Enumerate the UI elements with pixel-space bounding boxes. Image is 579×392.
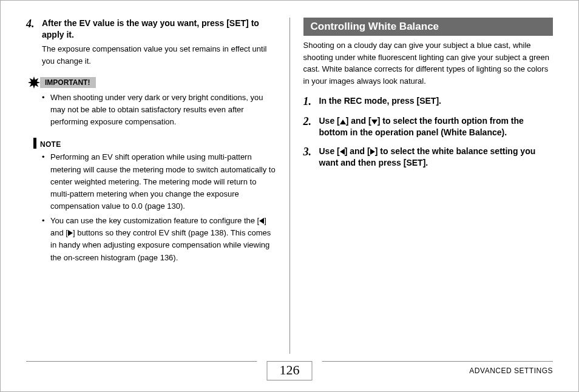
note-callout: NOTE Performing an EV shift operation wh…	[26, 138, 276, 263]
page-footer: 126 ADVANCED SETTINGS	[26, 361, 553, 391]
right-column: Controlling White Balance Shooting on a …	[290, 18, 554, 354]
important-label: IMPORTANT!	[40, 77, 96, 88]
step-4: 4. After the EV value is the way you wan…	[26, 18, 276, 67]
step-1: 1. In the REC mode, press [SET].	[303, 95, 554, 108]
note-bullet-2-text-c: ] buttons so they control EV shift (page…	[50, 228, 271, 262]
note-bullet-2-text-a: You can use the key customization featur…	[50, 216, 259, 225]
triangle-left-icon	[340, 149, 345, 155]
step-2: 2. Use [] and [] to select the fourth op…	[303, 115, 554, 138]
step-4-description: The exposure compensation value you set …	[42, 43, 276, 67]
triangle-up-icon	[340, 120, 346, 124]
burst-icon	[27, 76, 41, 89]
step-number: 1.	[303, 95, 314, 108]
triangle-down-icon	[371, 120, 378, 124]
important-list: When shooting under very dark or very br…	[42, 92, 276, 128]
note-bar-icon	[33, 138, 36, 149]
note-label: NOTE	[40, 140, 61, 149]
step-2-text-b: ] and [	[346, 116, 371, 126]
step-2-title: Use [] and [] to select the fourth optio…	[319, 115, 554, 138]
section-intro: Shooting on a cloudy day can give your s…	[303, 39, 554, 87]
important-callout: IMPORTANT! When shooting under very dark…	[26, 76, 276, 128]
note-bullet-1: Performing an EV shift operation while u…	[42, 151, 276, 212]
step-3-text-b: ] and [	[345, 146, 370, 156]
triangle-right-icon	[68, 230, 73, 236]
important-bullet: When shooting under very dark or very br…	[42, 92, 276, 128]
step-1-title: In the REC mode, press [SET].	[319, 95, 554, 107]
step-number: 4.	[26, 18, 37, 30]
left-column: 4. After the EV value is the way you wan…	[26, 18, 290, 354]
step-3: 3. Use [] and [] to select the white bal…	[303, 146, 554, 169]
svg-marker-0	[28, 76, 40, 89]
triangle-right-icon	[370, 149, 375, 155]
step-number: 3.	[303, 146, 314, 158]
page-number: 126	[267, 361, 313, 380]
step-3-title: Use [] and [] to select the white balanc…	[319, 146, 554, 169]
step-number: 2.	[303, 115, 314, 128]
note-list: Performing an EV shift operation while u…	[42, 151, 276, 263]
note-bullet-2: You can use the key customization featur…	[42, 215, 276, 264]
step-2-text-a: Use [	[319, 116, 340, 126]
footer-section-name: ADVANCED SETTINGS	[469, 367, 553, 375]
step-3-text-a: Use [	[319, 146, 340, 156]
section-header: Controlling White Balance	[303, 18, 554, 36]
step-4-title: After the EV value is the way you want, …	[42, 18, 276, 41]
